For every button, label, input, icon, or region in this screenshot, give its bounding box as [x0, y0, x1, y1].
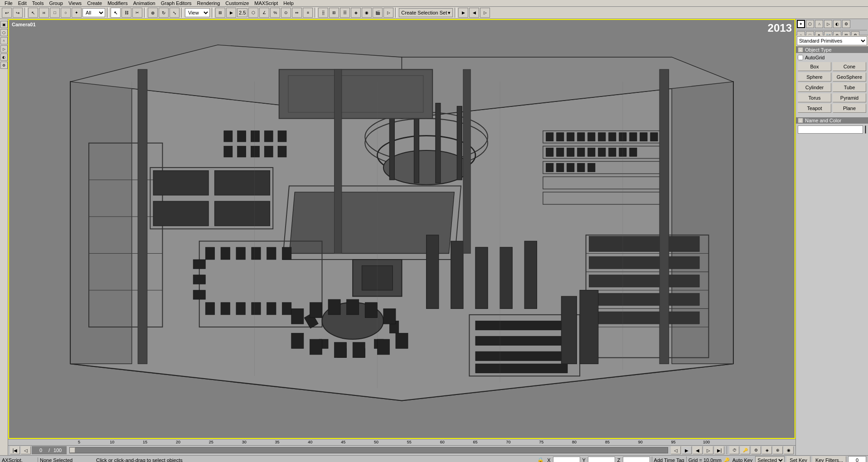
left-modify[interactable]: ⬡: [0, 29, 8, 36]
quick-render[interactable]: ▷: [383, 8, 393, 18]
align-button[interactable]: ≡: [303, 8, 313, 18]
angle-snap[interactable]: ∠: [259, 8, 269, 18]
menu-edit[interactable]: Edit: [15, 0, 29, 6]
snap-toggle[interactable]: ⬡: [248, 8, 258, 18]
redo-button[interactable]: ↪: [13, 8, 23, 18]
timeline-thumb[interactable]: [70, 448, 75, 453]
render-button[interactable]: ▶: [226, 8, 236, 18]
menu-graph-editors[interactable]: Graph Editors: [158, 0, 194, 6]
frame-input[interactable]: [34, 447, 48, 454]
filter-select[interactable]: All: [82, 8, 105, 17]
menu-maxscript[interactable]: MAXScript: [252, 0, 281, 6]
fence-select-button[interactable]: ✦: [72, 8, 82, 18]
timeline-home[interactable]: |◀: [10, 446, 20, 454]
schematic-view[interactable]: ◈: [351, 8, 361, 18]
rp-utilities-icon[interactable]: ⚙: [842, 20, 850, 28]
autogrid-checkbox[interactable]: [798, 55, 803, 60]
z-input[interactable]: [623, 457, 650, 462]
cylinder-button[interactable]: Cylinder: [798, 83, 831, 92]
rp-motion-icon[interactable]: ▷: [824, 20, 832, 28]
sphere-button[interactable]: Sphere: [798, 72, 831, 82]
left-create[interactable]: ▣: [0, 21, 8, 28]
play-button[interactable]: ▶: [458, 8, 468, 18]
create-selection-set[interactable]: Create Selection Set ▾: [399, 8, 453, 17]
menu-modifiers[interactable]: Modifiers: [105, 0, 131, 6]
scale-button[interactable]: ⤡: [170, 8, 179, 18]
timeline-end-btn[interactable]: ▶|: [714, 446, 724, 454]
anim-mode-btn[interactable]: ⚙: [751, 446, 761, 454]
anim-extra1[interactable]: ◈: [762, 446, 772, 454]
rp-display-icon[interactable]: ◐: [833, 20, 841, 28]
next-frame-btn[interactable]: ▷: [703, 446, 713, 454]
circle-select-button[interactable]: ○: [61, 8, 71, 18]
select-name-button[interactable]: H: [39, 8, 49, 18]
plane-button[interactable]: Plane: [833, 104, 866, 113]
left-utilities[interactable]: ⚙: [0, 62, 8, 69]
lock-icon[interactable]: 🔒: [537, 457, 544, 462]
key-filters-button[interactable]: Key Filters...: [812, 456, 846, 462]
timeline-prev-key[interactable]: ◁: [21, 446, 31, 454]
menu-views[interactable]: Views: [66, 0, 84, 6]
quick-align[interactable]: ⊞: [329, 8, 339, 18]
x-input[interactable]: [553, 457, 580, 462]
percent-snap[interactable]: %: [270, 8, 280, 18]
geosphere-button[interactable]: GeoSphere: [833, 72, 866, 82]
left-display[interactable]: ◐: [0, 53, 8, 61]
menu-animation[interactable]: Animation: [131, 0, 158, 6]
frame-total-input[interactable]: [51, 447, 64, 454]
stop-button[interactable]: ◀: [469, 8, 479, 18]
key-mode-btn[interactable]: 🔑: [740, 446, 750, 454]
add-time-tag[interactable]: Add Time Tag: [654, 457, 684, 462]
play-rev-btn[interactable]: ◀: [693, 446, 703, 454]
menu-file[interactable]: File: [2, 0, 15, 6]
menu-create[interactable]: Create: [84, 0, 105, 6]
spinner-snap[interactable]: ⊙: [281, 8, 291, 18]
name-input[interactable]: [798, 125, 863, 134]
tube-button[interactable]: Tube: [833, 83, 866, 92]
torus-button[interactable]: Torus: [798, 93, 831, 102]
anim-extra3[interactable]: ◉: [784, 446, 794, 454]
view-select[interactable]: View: [185, 8, 210, 17]
render-scene[interactable]: 🎬: [373, 8, 383, 18]
zoom-ext-button[interactable]: ⊞: [215, 8, 225, 18]
array-button[interactable]: ⣿: [318, 8, 328, 18]
pyramid-button[interactable]: Pyramid: [833, 93, 866, 102]
next-frame[interactable]: ▷: [480, 8, 490, 18]
menu-tools[interactable]: Tools: [29, 0, 47, 6]
name-color-collapse[interactable]: -: [798, 118, 803, 123]
prev-frame-btn[interactable]: ◁: [671, 446, 681, 454]
time-config-btn[interactable]: ⏱: [729, 446, 739, 454]
menu-group[interactable]: Group: [46, 0, 66, 6]
timeline-track[interactable]: [69, 447, 668, 453]
mirror-button[interactable]: ⇔: [292, 8, 302, 18]
selected-dropdown[interactable]: Selected: [755, 456, 785, 462]
cone-button[interactable]: Cone: [833, 62, 866, 71]
viewport-3d[interactable]: Camera01 2013: [8, 19, 795, 439]
standard-primitives-select[interactable]: Standard Primitives: [797, 36, 867, 45]
unlink-button[interactable]: ✂: [132, 8, 142, 18]
menu-customize[interactable]: Customize: [223, 0, 252, 6]
rp-modify-icon[interactable]: ⬡: [806, 20, 814, 28]
menu-help[interactable]: Help: [281, 0, 296, 6]
pointer-button[interactable]: ↖: [111, 8, 121, 18]
undo-button[interactable]: ↩: [2, 8, 12, 18]
object-type-collapse[interactable]: -: [798, 47, 803, 53]
link-button[interactable]: ⛓: [121, 8, 131, 18]
color-swatch[interactable]: [865, 125, 866, 134]
pick-button[interactable]: ⊕: [148, 8, 158, 18]
left-motion[interactable]: ▷: [0, 45, 8, 53]
rotate-button[interactable]: ↻: [159, 8, 169, 18]
material-editor[interactable]: ◉: [362, 8, 372, 18]
y-input[interactable]: [588, 457, 615, 462]
set-key-button[interactable]: Set Key: [786, 456, 810, 462]
play-fwd-btn[interactable]: ▶: [682, 446, 692, 454]
rp-create-icon[interactable]: ✦: [797, 20, 805, 28]
menu-rendering[interactable]: Rendering: [194, 0, 223, 6]
select-button[interactable]: ↖: [28, 8, 38, 18]
box-button[interactable]: Box: [798, 62, 831, 71]
layer-manager[interactable]: ☰: [340, 8, 350, 18]
left-hierarchy[interactable]: ⑃: [0, 37, 8, 44]
teapot-button[interactable]: Teapot: [798, 104, 831, 113]
anim-extra2[interactable]: ⊕: [773, 446, 783, 454]
rp-hierarchy-icon[interactable]: ⑃: [815, 20, 823, 28]
